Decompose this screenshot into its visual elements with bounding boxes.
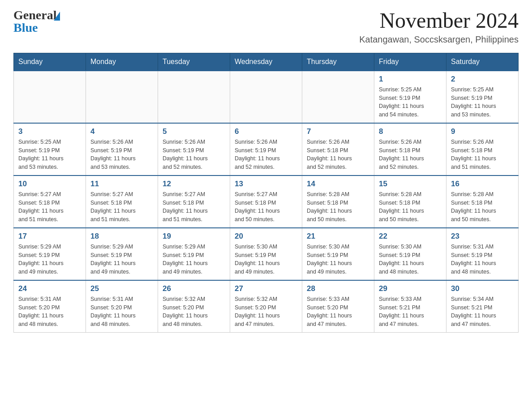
- calendar-cell: 15Sunrise: 5:28 AMSunset: 5:18 PMDayligh…: [374, 176, 446, 228]
- calendar-cell: 13Sunrise: 5:27 AMSunset: 5:18 PMDayligh…: [230, 176, 302, 228]
- day-info: Sunrise: 5:27 AMSunset: 5:18 PMDaylight:…: [18, 190, 81, 224]
- day-number: 18: [90, 232, 153, 241]
- day-number: 11: [90, 180, 153, 188]
- day-number: 17: [18, 232, 81, 241]
- logo-general-text: General: [13, 9, 56, 21]
- day-number: 26: [163, 284, 225, 293]
- calendar-cell: 4Sunrise: 5:26 AMSunset: 5:19 PMDaylight…: [86, 123, 158, 176]
- calendar-cell: [86, 71, 158, 123]
- logo-triangle-icon: [54, 12, 60, 21]
- calendar-week-row: 17Sunrise: 5:29 AMSunset: 5:19 PMDayligh…: [14, 228, 519, 280]
- day-number: 3: [18, 127, 81, 136]
- day-info: Sunrise: 5:25 AMSunset: 5:19 PMDaylight:…: [379, 86, 442, 119]
- calendar-cell: 20Sunrise: 5:30 AMSunset: 5:19 PMDayligh…: [230, 228, 302, 280]
- location-subtitle: Katangawan, Soccsksargen, Philippines: [359, 34, 519, 45]
- calendar-week-row: 3Sunrise: 5:25 AMSunset: 5:19 PMDaylight…: [14, 123, 519, 176]
- day-info: Sunrise: 5:25 AMSunset: 5:19 PMDaylight:…: [451, 86, 514, 119]
- calendar-cell: 19Sunrise: 5:29 AMSunset: 5:19 PMDayligh…: [158, 228, 230, 280]
- day-number: 27: [235, 284, 297, 293]
- day-info: Sunrise: 5:33 AMSunset: 5:21 PMDaylight:…: [379, 295, 442, 329]
- day-info: Sunrise: 5:26 AMSunset: 5:19 PMDaylight:…: [163, 138, 225, 171]
- day-info: Sunrise: 5:29 AMSunset: 5:19 PMDaylight:…: [163, 243, 225, 276]
- calendar-cell: [14, 71, 86, 123]
- day-number: 28: [307, 284, 369, 293]
- calendar-cell: 5Sunrise: 5:26 AMSunset: 5:19 PMDaylight…: [158, 123, 230, 176]
- day-of-week-header: Saturday: [446, 53, 519, 71]
- calendar-cell: 30Sunrise: 5:34 AMSunset: 5:21 PMDayligh…: [446, 280, 519, 333]
- day-number: 4: [90, 127, 153, 136]
- day-info: Sunrise: 5:26 AMSunset: 5:18 PMDaylight:…: [451, 138, 514, 171]
- calendar-cell: 7Sunrise: 5:26 AMSunset: 5:18 PMDaylight…: [302, 123, 374, 176]
- calendar-week-row: 24Sunrise: 5:31 AMSunset: 5:20 PMDayligh…: [14, 280, 519, 333]
- calendar-cell: [302, 71, 374, 123]
- calendar-cell: 25Sunrise: 5:31 AMSunset: 5:20 PMDayligh…: [86, 280, 158, 333]
- day-of-week-header: Monday: [86, 53, 158, 71]
- day-of-week-header: Sunday: [14, 53, 86, 71]
- day-info: Sunrise: 5:28 AMSunset: 5:18 PMDaylight:…: [379, 190, 442, 224]
- day-info: Sunrise: 5:27 AMSunset: 5:18 PMDaylight:…: [163, 190, 225, 224]
- day-number: 8: [379, 127, 442, 136]
- day-info: Sunrise: 5:31 AMSunset: 5:20 PMDaylight:…: [90, 295, 153, 329]
- calendar-cell: 26Sunrise: 5:32 AMSunset: 5:20 PMDayligh…: [158, 280, 230, 333]
- calendar-cell: 8Sunrise: 5:26 AMSunset: 5:18 PMDaylight…: [374, 123, 446, 176]
- logo: General Blue: [13, 9, 60, 34]
- month-year-title: November 2024: [359, 9, 519, 33]
- day-number: 20: [235, 232, 297, 241]
- calendar-cell: 14Sunrise: 5:28 AMSunset: 5:18 PMDayligh…: [302, 176, 374, 228]
- day-number: 5: [163, 127, 225, 136]
- day-number: 1: [379, 75, 442, 84]
- calendar-cell: [158, 71, 230, 123]
- day-number: 23: [451, 232, 514, 241]
- day-number: 13: [235, 180, 297, 188]
- calendar-cell: 24Sunrise: 5:31 AMSunset: 5:20 PMDayligh…: [14, 280, 86, 333]
- day-info: Sunrise: 5:29 AMSunset: 5:19 PMDaylight:…: [90, 243, 153, 276]
- day-number: 21: [307, 232, 369, 241]
- calendar-cell: 27Sunrise: 5:32 AMSunset: 5:20 PMDayligh…: [230, 280, 302, 333]
- day-info: Sunrise: 5:34 AMSunset: 5:21 PMDaylight:…: [451, 295, 514, 329]
- day-info: Sunrise: 5:28 AMSunset: 5:18 PMDaylight:…: [307, 190, 369, 224]
- calendar-cell: 3Sunrise: 5:25 AMSunset: 5:19 PMDaylight…: [14, 123, 86, 176]
- day-of-week-header: Friday: [374, 53, 446, 71]
- day-info: Sunrise: 5:25 AMSunset: 5:19 PMDaylight:…: [18, 138, 81, 171]
- day-info: Sunrise: 5:26 AMSunset: 5:18 PMDaylight:…: [307, 138, 369, 171]
- day-number: 12: [163, 180, 225, 188]
- day-info: Sunrise: 5:33 AMSunset: 5:20 PMDaylight:…: [307, 295, 369, 329]
- day-number: 19: [163, 232, 225, 241]
- calendar-cell: 11Sunrise: 5:27 AMSunset: 5:18 PMDayligh…: [86, 176, 158, 228]
- day-of-week-header: Tuesday: [158, 53, 230, 71]
- day-info: Sunrise: 5:32 AMSunset: 5:20 PMDaylight:…: [163, 295, 225, 329]
- day-number: 14: [307, 180, 369, 188]
- day-info: Sunrise: 5:30 AMSunset: 5:19 PMDaylight:…: [235, 243, 297, 276]
- day-number: 22: [379, 232, 442, 241]
- calendar-cell: 12Sunrise: 5:27 AMSunset: 5:18 PMDayligh…: [158, 176, 230, 228]
- calendar-cell: 2Sunrise: 5:25 AMSunset: 5:19 PMDaylight…: [446, 71, 519, 123]
- calendar-cell: 6Sunrise: 5:26 AMSunset: 5:19 PMDaylight…: [230, 123, 302, 176]
- day-of-week-header: Thursday: [302, 53, 374, 71]
- day-number: 25: [90, 284, 153, 293]
- day-info: Sunrise: 5:29 AMSunset: 5:19 PMDaylight:…: [18, 243, 81, 276]
- day-info: Sunrise: 5:26 AMSunset: 5:19 PMDaylight:…: [90, 138, 153, 171]
- day-number: 29: [379, 284, 442, 293]
- calendar-cell: 16Sunrise: 5:28 AMSunset: 5:18 PMDayligh…: [446, 176, 519, 228]
- calendar-table: SundayMondayTuesdayWednesdayThursdayFrid…: [13, 53, 519, 333]
- calendar-cell: 9Sunrise: 5:26 AMSunset: 5:18 PMDaylight…: [446, 123, 519, 176]
- day-info: Sunrise: 5:27 AMSunset: 5:18 PMDaylight:…: [235, 190, 297, 224]
- calendar-cell: 22Sunrise: 5:30 AMSunset: 5:19 PMDayligh…: [374, 228, 446, 280]
- day-info: Sunrise: 5:31 AMSunset: 5:20 PMDaylight:…: [18, 295, 81, 329]
- calendar-cell: 29Sunrise: 5:33 AMSunset: 5:21 PMDayligh…: [374, 280, 446, 333]
- calendar-cell: 10Sunrise: 5:27 AMSunset: 5:18 PMDayligh…: [14, 176, 86, 228]
- day-number: 2: [451, 75, 514, 84]
- day-number: 24: [18, 284, 81, 293]
- calendar-cell: 18Sunrise: 5:29 AMSunset: 5:19 PMDayligh…: [86, 228, 158, 280]
- calendar-header-row: SundayMondayTuesdayWednesdayThursdayFrid…: [14, 53, 519, 71]
- calendar-week-row: 1Sunrise: 5:25 AMSunset: 5:19 PMDaylight…: [14, 71, 519, 123]
- day-info: Sunrise: 5:26 AMSunset: 5:18 PMDaylight:…: [379, 138, 442, 171]
- day-of-week-header: Wednesday: [230, 53, 302, 71]
- header-right: November 2024 Katangawan, Soccsksargen, …: [359, 9, 519, 45]
- calendar-week-row: 10Sunrise: 5:27 AMSunset: 5:18 PMDayligh…: [14, 176, 519, 228]
- day-number: 30: [451, 284, 514, 293]
- logo-blue-text: Blue: [13, 21, 60, 34]
- day-number: 10: [18, 180, 81, 188]
- day-number: 16: [451, 180, 514, 188]
- day-info: Sunrise: 5:26 AMSunset: 5:19 PMDaylight:…: [235, 138, 297, 171]
